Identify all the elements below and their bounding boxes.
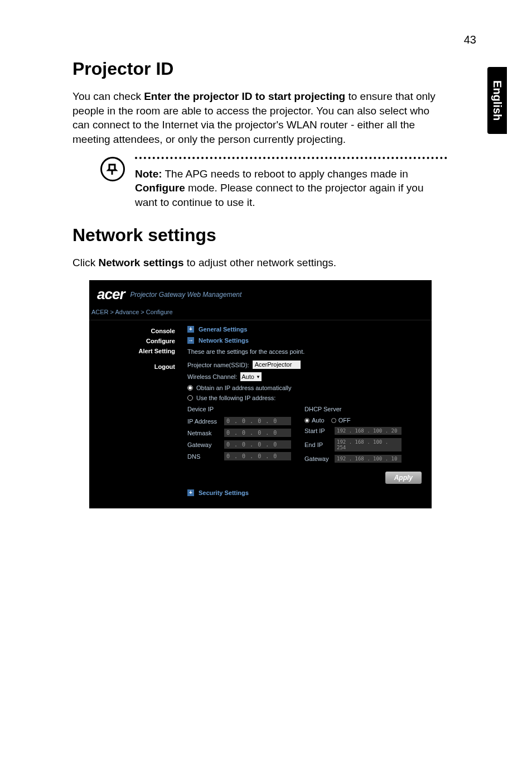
bold-text: Enter the projector ID to start projecti… — [144, 90, 345, 102]
network-settings-paragraph: Click Network settings to adjust other n… — [72, 256, 441, 270]
channel-value: Auto — [241, 373, 254, 380]
ip-auto-label: Obtain an IP address automatically — [196, 385, 291, 391]
dns-label: DNS — [187, 453, 224, 460]
radio-selected-icon — [187, 385, 193, 391]
pin-icon — [100, 157, 125, 181]
note-block: Note: The APG needs to reboot to apply c… — [100, 157, 441, 210]
radio-icon[interactable] — [331, 418, 336, 423]
acer-logo: acer — [97, 286, 125, 303]
ip-address-input[interactable]: 0 . 0 . 0 . 0 — [224, 417, 291, 425]
language-tab-label: English — [491, 80, 504, 121]
dhcp-gateway-label: Gateway — [304, 455, 335, 462]
end-ip-label: End IP — [304, 441, 335, 448]
ssid-input[interactable]: AcerProjector — [253, 361, 301, 369]
section-title: Security Settings — [199, 489, 249, 496]
ip-address-label: IP Address — [187, 418, 224, 425]
note-right: Note: The APG needs to reboot to apply c… — [135, 157, 447, 210]
radio-icon — [187, 395, 193, 401]
ip-manual-label: Use the following IP address: — [196, 395, 275, 401]
end-ip-input[interactable]: 192 . 168 . 100 . 254 — [335, 438, 402, 451]
radio-selected-icon[interactable] — [304, 418, 309, 423]
page-number: 43 — [464, 33, 476, 46]
heading-network-settings: Network settings — [72, 225, 441, 246]
dhcp-header: DHCP Server — [304, 406, 424, 412]
breadcrumb: ACER > Advance > Configure — [89, 309, 432, 320]
ssid-label: Projector name(SSID): — [187, 362, 249, 368]
bold-text: Network settings — [98, 257, 183, 268]
ssid-row: Projector name(SSID): AcerProjector — [187, 361, 424, 369]
dotted-divider — [135, 157, 447, 159]
ip-columns: Device IP IP Address0 . 0 . 0 . 0 Netmas… — [187, 406, 424, 466]
projector-id-paragraph: You can check Enter the projector ID to … — [72, 89, 441, 147]
section-title: General Settings — [199, 326, 247, 333]
nav-alert-setting[interactable]: Alert Setting — [89, 346, 175, 356]
device-ip-column: Device IP IP Address0 . 0 . 0 . 0 Netmas… — [187, 406, 304, 466]
section-security-settings[interactable]: + Security Settings — [187, 489, 424, 496]
expand-icon: + — [187, 489, 194, 496]
channel-label: Wireless Channel: — [187, 373, 237, 380]
screenshot-body: Console Configure Alert Setting Logout +… — [89, 320, 432, 508]
screenshot-main: + General Settings → Network Settings Th… — [183, 320, 432, 508]
expand-icon: + — [187, 326, 194, 333]
nav-logout[interactable]: Logout — [89, 362, 175, 372]
screenshot-nav: Console Configure Alert Setting Logout — [89, 320, 183, 508]
nav-console[interactable]: Console — [89, 326, 175, 336]
text: to adjust other network settings. — [184, 257, 337, 268]
dhcp-off-label: OFF — [338, 417, 351, 424]
section-general-settings[interactable]: + General Settings — [187, 326, 424, 333]
embedded-screenshot: acer Projector Gateway Web Management AC… — [89, 280, 432, 508]
netmask-label: Netmask — [187, 430, 224, 436]
language-tab[interactable]: English — [487, 67, 507, 134]
dhcp-column: DHCP Server Auto OFF Start IP192 . 168 .… — [304, 406, 424, 466]
text: The APG needs to reboot to apply changes… — [162, 168, 408, 180]
ip-manual-row[interactable]: Use the following IP address: — [187, 395, 424, 401]
apply-button[interactable]: Apply — [385, 472, 422, 484]
ip-auto-row[interactable]: Obtain an IP address automatically — [187, 385, 424, 391]
screenshot-subtitle: Projector Gateway Web Management — [130, 291, 242, 299]
arrow-icon: → — [187, 337, 194, 344]
dhcp-gateway-input[interactable]: 192 . 168 . 100 . 10 — [335, 455, 402, 463]
screenshot-header: acer Projector Gateway Web Management — [89, 280, 432, 309]
gateway-label: Gateway — [187, 441, 224, 448]
main-content: Projector ID You can check Enter the pro… — [72, 59, 441, 508]
section-title: Network Settings — [199, 337, 249, 344]
nav-configure[interactable]: Configure — [89, 336, 175, 346]
dns-input[interactable]: 0 . 0 . 0 . 0 — [224, 452, 291, 460]
section-description: These are the settings for the access po… — [187, 348, 424, 355]
gateway-input[interactable]: 0 . 0 . 0 . 0 — [224, 440, 291, 449]
start-ip-label: Start IP — [304, 427, 335, 434]
note-label: Note: — [135, 168, 162, 180]
dhcp-mode-row: Auto OFF — [304, 417, 424, 424]
channel-row: Wireless Channel: Auto ▼ — [187, 372, 424, 381]
start-ip-input[interactable]: 192 . 168 . 100 . 20 — [335, 427, 402, 435]
apply-row: Apply — [187, 472, 422, 484]
heading-projector-id: Projector ID — [72, 59, 441, 79]
text: You can check — [72, 90, 144, 102]
text: Click — [72, 257, 98, 268]
note-text: Note: The APG needs to reboot to apply c… — [135, 167, 447, 210]
section-network-settings[interactable]: → Network Settings — [187, 337, 424, 344]
device-ip-header: Device IP — [187, 406, 304, 412]
chevron-down-icon: ▼ — [256, 374, 260, 379]
channel-select[interactable]: Auto ▼ — [240, 372, 262, 381]
netmask-input[interactable]: 0 . 0 . 0 . 0 — [224, 429, 291, 437]
bold-text: Configure — [135, 182, 185, 194]
dhcp-auto-label: Auto — [312, 417, 325, 424]
